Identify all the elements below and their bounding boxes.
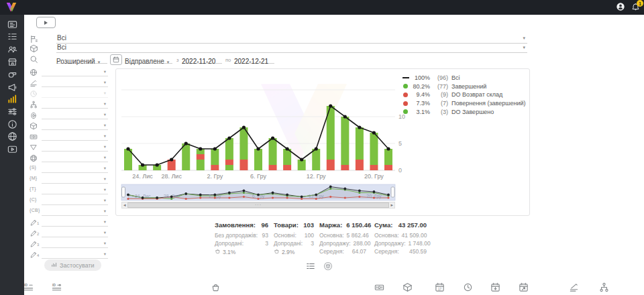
search-mode-dropdown[interactable]: Розширений▾ [56, 54, 107, 64]
filter-select-custom-4[interactable]: ▾ [42, 249, 108, 259]
filter-row-website: ▾ [30, 153, 108, 162]
settings-icon [7, 107, 17, 119]
filter-select-signature[interactable]: ▾ [42, 78, 108, 87]
chevron-down-icon: ▾ [104, 144, 106, 150]
scrollbar-thumb[interactable]: ··· [127, 202, 390, 208]
stat-value: 103 [303, 221, 314, 229]
chevron-down-icon: ▾ [104, 155, 106, 160]
filter-row-utm-t: {T}▾ [30, 185, 108, 194]
status-dropdown[interactable]: Всі ▾ [56, 34, 527, 44]
top-bar: 1 [0, 0, 644, 15]
product-view-toggle[interactable] [323, 261, 333, 274]
order-id-icon[interactable]: ID [23, 282, 34, 295]
orders-icon [7, 32, 17, 44]
filter-select-website[interactable]: ▾ [42, 153, 108, 162]
date-from-input[interactable]: 2022-11-20 [182, 54, 222, 64]
filter-select-time[interactable]: ▾ [42, 88, 108, 98]
apply-button[interactable]: Застосувати [44, 259, 101, 271]
payment-icon[interactable] [374, 282, 384, 295]
stat-column-sum: Сума:43 257.00Основна:41 509.00Допродажу… [374, 221, 427, 255]
notifications-bell-icon[interactable]: 1 [631, 2, 640, 14]
filter-select-product[interactable]: ▾ [42, 121, 108, 130]
user-avatar-icon[interactable] [616, 2, 625, 14]
brand-logo-icon[interactable] [5, 1, 18, 16]
sidebar-item-network[interactable] [0, 131, 24, 144]
topbar-actions: 1 [616, 2, 640, 14]
sidebar-item-promo[interactable] [0, 69, 24, 82]
stat-title: Товари: [274, 221, 299, 229]
date-from-label: з [176, 57, 178, 63]
svg-text:6. Гру: 6. Гру [250, 173, 266, 180]
filter-row-signature: ▾ [30, 78, 108, 87]
sidebar-item-store[interactable] [0, 57, 24, 70]
filter-select-utm-t[interactable]: ▾ [42, 185, 108, 194]
sidebar-item-statistics[interactable] [0, 95, 24, 107]
scroll-left-icon[interactable]: ◂ [122, 202, 127, 208]
sort-layers-icon[interactable] [569, 282, 579, 295]
sidebar-item-info[interactable] [0, 119, 24, 132]
sidebar-item-settings[interactable] [0, 107, 24, 119]
filter-row-custom-1: 1▾ [30, 217, 108, 227]
filter-select-custom-1[interactable]: ▾ [42, 217, 108, 227]
manager-tree-icon[interactable] [599, 282, 609, 295]
processing-time-icon[interactable] [463, 282, 473, 295]
legend-dot-icon [400, 93, 411, 97]
chevron-down-icon: ▾ [104, 198, 106, 203]
filter-select-custom-3[interactable]: ▾ [42, 239, 108, 248]
calendar-date-icon[interactable]: 17 [435, 282, 445, 295]
sidebar-item-dashboard[interactable] [0, 19, 24, 32]
filter-select-utm-s[interactable]: ▾ [42, 164, 108, 173]
date-to-input[interactable]: 2022-12-21 [234, 54, 274, 64]
chevron-down-icon: ▾ [104, 166, 106, 171]
calendar-button[interactable] [110, 54, 122, 65]
stat-title: Замовлення: [215, 221, 256, 229]
filter-row-time: ▾ [30, 88, 108, 98]
date-to-label: по [225, 57, 231, 63]
custom-4-icon: 4 [30, 249, 38, 261]
legend-item[interactable]: 9.4%(9)DO Возврат склад [400, 91, 526, 99]
sidebar-item-announcements[interactable] [0, 82, 24, 95]
filter-select-utm-cb[interactable]: ▾ [42, 206, 108, 216]
filter-row-country: ▾ [30, 67, 108, 76]
legend-item[interactable]: 100%(96)Всі [400, 74, 526, 82]
sidebar-item-clients[interactable] [0, 44, 24, 57]
apply-button-label: Застосувати [60, 262, 95, 269]
legend-item[interactable]: 3.1%(3)DO Завершено [400, 107, 526, 116]
sidebar-item-video-lessons[interactable] [0, 144, 24, 157]
filter-select-custom-2[interactable]: ▾ [42, 228, 108, 237]
legend-item[interactable]: 7.3%(7)Повернення (завершений) [400, 99, 526, 108]
filter-select-structure[interactable]: ▾ [42, 99, 108, 109]
scroll-right-icon[interactable]: ▸ [389, 202, 394, 208]
filter-select-identifier[interactable]: ▾ [42, 110, 108, 119]
chevron-down-icon: ▾ [104, 91, 106, 96]
basket-icon [215, 248, 221, 256]
legend-line-icon [400, 77, 411, 78]
svg-text:ID: ID [52, 283, 56, 287]
basket-icon[interactable] [211, 282, 221, 295]
status-dropdown-value: Всі [57, 34, 66, 42]
date-field-dropdown[interactable]: Відправлене▾ [125, 54, 172, 64]
video-tutorial-button[interactable] [36, 17, 56, 28]
date-out-icon[interactable] [519, 282, 529, 295]
filter-row-utm-c: {C}▾ [30, 196, 108, 205]
date-in-icon[interactable] [490, 282, 500, 295]
filter-row-custom-2: 2▾ [30, 228, 108, 237]
chevron-down-icon: ▾ [167, 60, 170, 64]
sidebar-item-orders[interactable] [0, 32, 24, 45]
filter-select-funnel[interactable]: ▾ [42, 142, 108, 152]
chart-horizontal-scrollbar[interactable]: ◂ ··· ▸ [121, 202, 395, 209]
filter-select-payment[interactable]: ▾ [42, 131, 108, 141]
chevron-down-icon: ▾ [104, 123, 106, 128]
filter-select-utm-m[interactable]: ▾ [42, 174, 108, 184]
list-view-toggle[interactable] [306, 261, 315, 274]
product-icon[interactable] [402, 282, 413, 295]
stat-value: 6 150.46 [346, 221, 371, 229]
legend-item[interactable]: 80.2%(77)Завершений [400, 82, 526, 91]
chevron-down-icon: ▾ [104, 133, 106, 139]
chevron-down-icon: ▾ [104, 112, 106, 117]
filter-select-country[interactable]: ▾ [42, 67, 108, 76]
filter-select-utm-c[interactable]: ▾ [42, 196, 108, 205]
source-id-icon[interactable]: ID [52, 282, 62, 295]
stat-column-margin: Маржа:6 150.46Основна:5 862.46Допродажу:… [319, 221, 366, 255]
product-dropdown[interactable]: Всі ▾ [56, 44, 527, 53]
